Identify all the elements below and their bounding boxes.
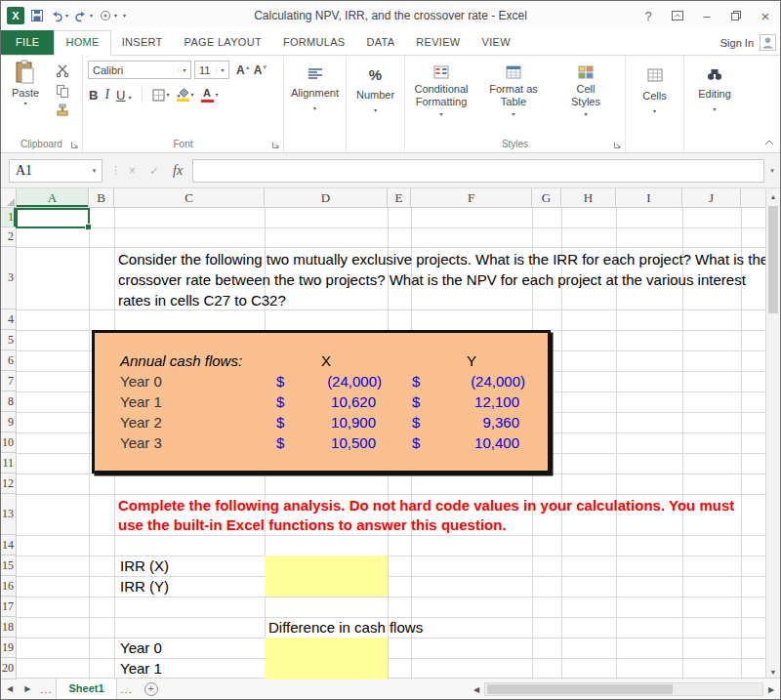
- column-header-f[interactable]: F: [411, 188, 532, 208]
- format-as-table-dropdown-icon[interactable]: ▾: [512, 111, 514, 117]
- borders-dropdown-icon[interactable]: ▾: [167, 92, 170, 98]
- column-header-c[interactable]: C: [114, 188, 265, 208]
- more-sheets-right-icon[interactable]: ...: [117, 683, 137, 695]
- undo-button[interactable]: ▾: [50, 6, 68, 25]
- cells-area[interactable]: 1 2 3 4 5 6 7 8 9 10 11 12 13 14 15 16 1…: [1, 208, 765, 679]
- editing-button[interactable]: Editing ▾: [684, 56, 745, 152]
- more-sheets-left-icon[interactable]: ...: [36, 683, 56, 695]
- underline-dropdown-icon[interactable]: ▾: [129, 95, 132, 101]
- ribbon-display-options-button[interactable]: [671, 9, 684, 22]
- font-name-dropdown-icon[interactable]: ▾: [178, 67, 190, 73]
- row-header-19[interactable]: 19: [1, 638, 17, 658]
- scroll-up-icon[interactable]: ▲: [766, 188, 780, 204]
- select-all-corner[interactable]: [1, 188, 17, 208]
- font-size-combo[interactable]: 11 ▾: [194, 61, 229, 79]
- save-button[interactable]: [30, 6, 44, 25]
- cell-instruction-text[interactable]: Complete the following analysis. Do not …: [118, 496, 762, 535]
- row-header-4[interactable]: 4: [1, 309, 17, 330]
- column-header-d[interactable]: D: [265, 188, 388, 208]
- excel-logo-icon[interactable]: X: [7, 6, 24, 25]
- font-color-button[interactable]: A ▾: [201, 88, 219, 103]
- cashflow-title[interactable]: Annual cash flows:: [120, 350, 242, 371]
- undo-dropdown-icon[interactable]: ▾: [65, 13, 68, 19]
- cancel-entry-button[interactable]: ×: [129, 164, 136, 178]
- borders-button[interactable]: ▾: [152, 89, 170, 102]
- fill-color-dropdown-icon[interactable]: ▾: [191, 92, 194, 98]
- alignment-button[interactable]: Alignment ▾: [284, 56, 346, 152]
- close-button[interactable]: ×: [759, 8, 772, 24]
- sheet-tab-sheet1[interactable]: Sheet1: [56, 679, 116, 699]
- row-header-1[interactable]: 1: [1, 208, 17, 227]
- cell-question-text[interactable]: Consider the following two mutually excl…: [118, 249, 765, 310]
- row-header-3[interactable]: 3: [1, 247, 17, 309]
- input-cells-difference[interactable]: [265, 638, 388, 679]
- insert-function-button[interactable]: fx: [173, 163, 183, 179]
- scroll-right-icon[interactable]: ▶: [763, 685, 779, 694]
- new-sheet-button[interactable]: +: [144, 682, 158, 696]
- vertical-scroll-thumb[interactable]: [768, 206, 778, 313]
- formula-bar-expand-icon[interactable]: ▾: [764, 167, 780, 175]
- row-header-20[interactable]: 20: [1, 658, 17, 679]
- number-dropdown-icon[interactable]: ▾: [374, 107, 377, 113]
- cell-diff-year0-label[interactable]: Year 0: [120, 638, 162, 658]
- formula-bar-resizer-icon[interactable]: ⋮: [110, 164, 121, 177]
- row-header-2[interactable]: 2: [1, 227, 17, 247]
- cell-styles-dropdown-icon[interactable]: ▾: [584, 111, 587, 117]
- row-header-14[interactable]: 14: [1, 535, 17, 556]
- horizontal-scroll-thumb[interactable]: [487, 684, 673, 694]
- cells-dropdown-icon[interactable]: ▾: [653, 108, 656, 114]
- horizontal-scroll-track[interactable]: [484, 682, 763, 696]
- horizontal-scrollbar[interactable]: ◀ ▶: [469, 681, 779, 697]
- column-header-i[interactable]: I: [616, 188, 682, 208]
- redo-dropdown-icon[interactable]: ▾: [90, 13, 93, 19]
- name-box-dropdown-icon[interactable]: ▾: [87, 167, 102, 175]
- restore-button[interactable]: [729, 10, 743, 21]
- paste-dropdown-icon[interactable]: ▾: [23, 101, 26, 106]
- tab-file[interactable]: FILE: [1, 30, 54, 55]
- clipboard-dialog-launcher[interactable]: [70, 140, 79, 148]
- cells-button[interactable]: Cells ▾: [626, 56, 683, 152]
- sign-in-button[interactable]: Sign In: [720, 30, 780, 55]
- alignment-dropdown-icon[interactable]: ▾: [313, 105, 316, 111]
- row-header-16[interactable]: 16: [1, 576, 17, 597]
- cashflow-row-year2[interactable]: Year 2 $ 10,900 $ 9,360: [1, 412, 765, 432]
- cashflow-row-year3[interactable]: Year 3 $ 10,500 $ 10,400: [1, 432, 765, 453]
- tab-page-layout[interactable]: PAGE LAYOUT: [174, 30, 272, 55]
- cashflow-col-y[interactable]: Y: [411, 350, 532, 371]
- minimize-button[interactable]: –: [700, 9, 714, 23]
- font-color-dropdown-icon[interactable]: ▾: [216, 92, 219, 98]
- row-header-13[interactable]: 13: [1, 494, 17, 535]
- underline-button[interactable]: U ▾: [116, 88, 131, 103]
- scroll-left-icon[interactable]: ◀: [469, 685, 484, 694]
- cut-button[interactable]: [52, 62, 73, 80]
- name-box[interactable]: A1 ▾: [9, 159, 103, 183]
- font-size-dropdown-icon[interactable]: ▾: [216, 67, 228, 73]
- row-header-15[interactable]: 15: [1, 556, 17, 576]
- next-sheet-icon[interactable]: ▶: [19, 684, 36, 693]
- column-header-h[interactable]: H: [561, 188, 616, 208]
- cell-irr-x-label[interactable]: IRR (X): [120, 556, 169, 576]
- column-header-j[interactable]: J: [682, 188, 741, 208]
- format-painter-button[interactable]: [52, 102, 73, 119]
- tab-review[interactable]: REVIEW: [405, 30, 471, 55]
- row-header-12[interactable]: 12: [1, 474, 17, 494]
- tab-home[interactable]: HOME: [54, 30, 110, 56]
- font-name-combo[interactable]: Calibri ▾: [88, 61, 191, 79]
- copy-button[interactable]: [52, 82, 73, 100]
- help-button[interactable]: ?: [641, 9, 655, 23]
- fill-color-button[interactable]: ▾: [177, 88, 194, 102]
- row-header-11[interactable]: 11: [1, 453, 17, 474]
- column-header-a[interactable]: A: [17, 188, 89, 208]
- touch-mode-button[interactable]: ▾: [99, 6, 117, 25]
- editing-dropdown-icon[interactable]: ▾: [713, 106, 716, 112]
- cashflow-col-x[interactable]: X: [265, 350, 388, 371]
- tab-formulas[interactable]: FORMULAS: [272, 30, 356, 55]
- column-header-b[interactable]: B: [89, 188, 114, 208]
- styles-dialog-launcher[interactable]: [613, 140, 622, 148]
- row-header-5[interactable]: 5: [1, 330, 17, 350]
- confirm-entry-button[interactable]: ✓: [149, 164, 159, 178]
- font-dialog-launcher[interactable]: [271, 140, 280, 148]
- row-header-17[interactable]: 17: [1, 597, 17, 617]
- paste-button[interactable]: Paste ▾: [4, 60, 47, 106]
- cell-difference-label[interactable]: Difference in cash flows: [268, 617, 423, 638]
